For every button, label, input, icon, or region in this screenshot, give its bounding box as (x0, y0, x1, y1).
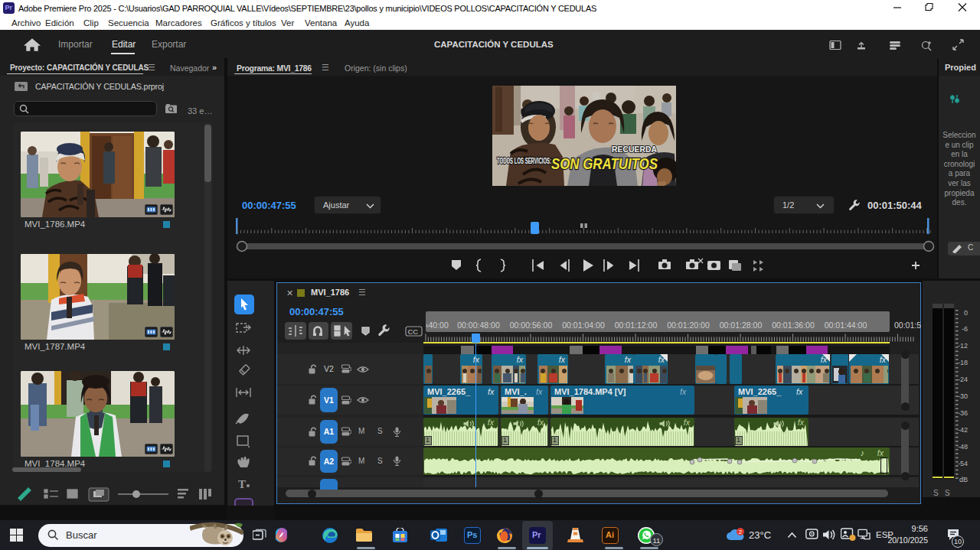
svg-text:RECUERDA: RECUERDA (612, 145, 657, 154)
svg-text:SON GRATUITOS: SON GRATUITOS (551, 155, 658, 172)
svg-text:CC: CC (408, 327, 419, 336)
svg-text:TODOS LOS SERVICIOS:: TODOS LOS SERVICIOS: (497, 156, 551, 164)
svg-text:T: T (238, 478, 246, 490)
svg-text:2: 2 (739, 529, 743, 535)
